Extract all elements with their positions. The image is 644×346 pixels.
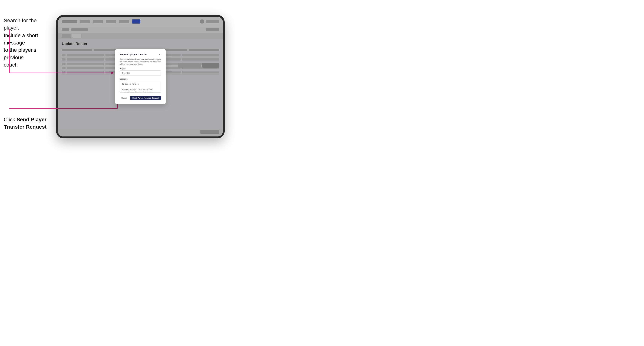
message-textarea[interactable]: Hi Coach McHarg, Please accept this tran…: [120, 81, 161, 93]
tablet-device: Update Roster: [56, 15, 225, 138]
request-transfer-modal: Request player transfer ✕ If the player …: [115, 49, 166, 105]
player-label: Player: [120, 67, 161, 70]
send-transfer-request-button[interactable]: Send Player Transfer Request: [130, 96, 161, 100]
modal-overlay: Request player transfer ✕ If the player …: [58, 17, 223, 137]
modal-close-button[interactable]: ✕: [158, 53, 161, 56]
modal-title: Request player transfer: [120, 53, 147, 56]
modal-description: If the player is transferring from anoth…: [120, 58, 161, 65]
player-input[interactable]: [120, 70, 161, 76]
annotation-search: Search for the player.: [4, 17, 52, 31]
message-label: Message: [120, 78, 161, 80]
annotation-message: Include a short message to the player's …: [4, 32, 56, 68]
modal-footer: Cancel Send Player Transfer Request: [120, 96, 161, 100]
tablet-screen: Update Roster: [58, 17, 223, 137]
annotation-click: Click Send Player Transfer Request: [4, 116, 56, 131]
modal-header: Request player transfer ✕: [120, 53, 161, 56]
cancel-button[interactable]: Cancel: [120, 96, 128, 100]
